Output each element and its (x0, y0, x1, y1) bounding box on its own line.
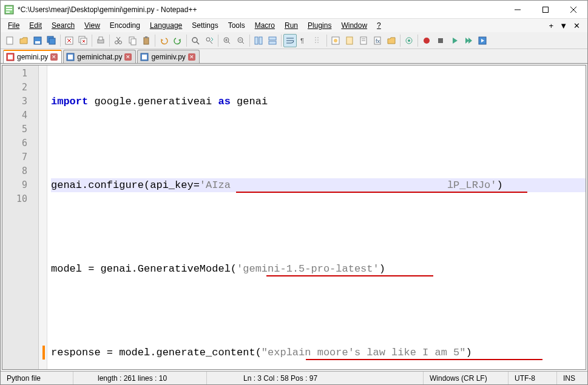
status-encoding[interactable]: UTF-8 (509, 372, 557, 384)
code-line: genai.configure(api_key='AIza lP_LRJo') (51, 178, 586, 192)
menu-help[interactable]: ? (372, 20, 386, 31)
change-marker-icon (42, 346, 45, 360)
play-icon[interactable] (448, 34, 461, 47)
menu-edit[interactable]: Edit (24, 20, 47, 31)
svg-point-23 (119, 41, 122, 44)
menu-settings[interactable]: Settings (187, 20, 223, 31)
close-button[interactable] (559, 1, 587, 19)
sync-h-icon[interactable] (266, 34, 279, 47)
cut-icon[interactable] (112, 34, 125, 47)
tab-label: gemini.py (17, 53, 48, 61)
doc-map-icon[interactable] (343, 34, 356, 47)
svg-rect-21 (99, 37, 103, 40)
stop-icon[interactable] (434, 34, 447, 47)
redo-icon[interactable] (171, 34, 184, 47)
maximize-button[interactable] (532, 1, 559, 19)
tab-close-icon[interactable]: ✕ (124, 53, 132, 61)
indent-guide-icon[interactable] (311, 34, 325, 47)
editor: 1 2 3 4 5 6 7 8 9 10 import google.gener… (2, 65, 586, 370)
tab-geminichat-py[interactable]: geminichat.py ✕ (63, 50, 136, 63)
zoom-in-icon[interactable] (220, 34, 234, 47)
wordwrap-icon[interactable] (283, 34, 297, 47)
code-line (51, 136, 586, 150)
paste-icon[interactable] (140, 34, 153, 47)
save-all-icon[interactable] (45, 34, 58, 47)
tab-geminiv-py[interactable]: geminiv.py ✕ (137, 50, 199, 63)
menu-plugins[interactable]: Plugins (303, 20, 336, 31)
play-multi-icon[interactable] (462, 34, 475, 47)
svg-point-30 (192, 38, 197, 42)
code-line: model = genai.GenerativeModel('gemini-1.… (51, 262, 586, 276)
save-macro-icon[interactable] (476, 34, 489, 47)
menu-file[interactable]: File (3, 20, 24, 31)
menu-tools[interactable]: Tools (223, 20, 250, 31)
menu-run[interactable]: Run (280, 20, 303, 31)
find-icon[interactable] (189, 34, 202, 47)
svg-rect-12 (49, 38, 55, 44)
line-number: 6 (2, 136, 38, 150)
svg-line-31 (197, 42, 199, 44)
svg-rect-8 (7, 37, 13, 44)
svg-rect-2 (6, 9, 12, 10)
line-number: 10 (2, 192, 38, 206)
menu-window[interactable]: Window (336, 20, 372, 31)
doc-list-icon[interactable] (357, 34, 370, 47)
svg-rect-10 (35, 41, 40, 44)
print-icon[interactable] (94, 34, 107, 47)
lang-udl-icon[interactable] (329, 34, 342, 47)
menubar-close-icon[interactable]: ✕ (573, 21, 580, 30)
line-number: 4 (2, 109, 38, 122)
save-icon[interactable] (31, 34, 44, 47)
svg-rect-42 (269, 37, 276, 40)
file-icon (66, 53, 75, 61)
status-filetype: Python file (1, 372, 73, 384)
tab-gemini-py[interactable]: gemini.py ✕ (3, 50, 62, 63)
copy-icon[interactable] (126, 34, 139, 47)
svg-rect-52 (346, 37, 353, 44)
close-all-icon[interactable] (76, 34, 90, 47)
menu-view[interactable]: View (79, 20, 105, 31)
menu-search[interactable]: Search (47, 20, 79, 31)
replace-icon[interactable] (203, 34, 216, 47)
svg-rect-61 (438, 38, 443, 43)
folder-workspace-icon[interactable] (385, 34, 398, 47)
minimize-button[interactable] (504, 1, 532, 19)
menubar-plus-icon[interactable]: + (549, 21, 554, 30)
tab-close-icon[interactable]: ✕ (50, 53, 58, 61)
line-number: 9 (2, 178, 38, 192)
menu-encoding[interactable]: Encoding (105, 20, 145, 31)
code-area[interactable]: import google.generativeai as genai gena… (47, 65, 586, 369)
status-eol[interactable]: Windows (CR LF) (424, 372, 509, 384)
underline-annotation (266, 275, 433, 276)
svg-rect-43 (269, 41, 276, 44)
close-file-icon[interactable] (63, 34, 76, 47)
record-icon[interactable] (420, 34, 433, 47)
menubar-dropdown-icon[interactable]: ▼ (559, 21, 567, 30)
tabbar: gemini.py ✕ geminichat.py ✕ geminiv.py ✕ (1, 49, 587, 64)
line-number-gutter: 1 2 3 4 5 6 7 8 9 10 (2, 65, 39, 369)
tab-close-icon[interactable]: ✕ (188, 53, 195, 61)
svg-text:fx: fx (376, 38, 380, 44)
menu-macro[interactable]: Macro (250, 20, 280, 31)
svg-rect-64 (8, 55, 13, 59)
open-file-icon[interactable] (17, 34, 30, 47)
monitor-icon[interactable] (402, 34, 416, 47)
new-file-icon[interactable] (3, 34, 16, 47)
func-list-icon[interactable]: fx (371, 34, 384, 47)
status-mode[interactable]: INS (557, 372, 587, 384)
line-number: 3 (2, 95, 38, 109)
show-all-chars-icon[interactable]: ¶ (297, 34, 311, 47)
line-number: 2 (2, 81, 38, 95)
line-number: 5 (2, 122, 38, 136)
svg-rect-66 (68, 55, 73, 59)
zoom-out-icon[interactable] (234, 34, 248, 47)
svg-text:¶: ¶ (300, 37, 304, 44)
line-number: 8 (2, 164, 38, 178)
undo-icon[interactable] (157, 34, 171, 47)
tab-label: geminiv.py (151, 53, 185, 61)
code-line (51, 220, 586, 234)
sync-v-icon[interactable] (252, 34, 265, 47)
svg-point-51 (334, 39, 337, 42)
svg-rect-29 (145, 36, 147, 38)
menu-language[interactable]: Language (145, 20, 187, 31)
